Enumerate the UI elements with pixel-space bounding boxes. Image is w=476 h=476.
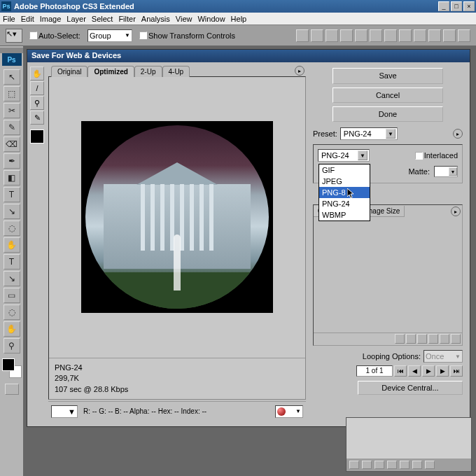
format-select[interactable]: PNG-24▼ GIF JPEG PNG-8 PNG-24 WBMP	[318, 149, 370, 162]
interlaced-checkbox[interactable]: Interlaced	[415, 151, 458, 160]
distribute-icon[interactable]	[428, 29, 441, 42]
tab-original[interactable]: Original	[51, 66, 88, 77]
slice-tool-icon[interactable]: /	[30, 81, 44, 95]
save-for-web-dialog: Save For Web & Devices ✋ / ⚲ ✎ Original	[27, 49, 470, 427]
looping-select[interactable]: Once▼	[424, 350, 463, 363]
clone-tool[interactable]: ◧	[4, 170, 20, 186]
zoom-select[interactable]: ▼	[51, 405, 78, 418]
panel-flyout-icon[interactable]: ▸	[451, 206, 461, 216]
tab-2up[interactable]: 2-Up	[134, 66, 162, 77]
format-option-gif[interactable]: GIF	[319, 164, 370, 176]
ct-icon[interactable]	[440, 334, 449, 344]
notes-tool[interactable]: ◌	[4, 304, 20, 320]
crop-tool[interactable]: ✎	[4, 120, 20, 135]
gradient-tool[interactable]: ↘	[4, 204, 20, 219]
blur-tool[interactable]: ◌	[4, 220, 20, 236]
close-button[interactable]: ×	[463, 1, 475, 11]
quick-mask-toggle[interactable]	[5, 384, 19, 395]
menu-help[interactable]: Help	[231, 15, 247, 23]
device-central-button[interactable]: Device Central...	[358, 381, 463, 395]
auto-select-checkbox[interactable]: Auto-Select:	[29, 31, 80, 40]
next-frame-button[interactable]: ▶	[436, 365, 449, 377]
matte-select[interactable]: ▼	[434, 166, 458, 177]
info-format: PNG-24	[55, 363, 300, 373]
menu-analysis[interactable]: Analysis	[141, 15, 170, 23]
eraser-tool[interactable]: T	[4, 187, 20, 202]
tool-preset-picker[interactable]: ↖▾	[6, 29, 22, 43]
distribute-icon[interactable]	[399, 29, 412, 42]
menu-view[interactable]: View	[176, 15, 192, 23]
path-tool[interactable]: ↘	[4, 271, 20, 286]
marquee-tool[interactable]: ⬚	[4, 86, 20, 102]
zoom-tool[interactable]: ⚲	[4, 338, 20, 354]
distribute-icon[interactable]	[443, 29, 456, 42]
folder-icon[interactable]	[400, 461, 410, 469]
preset-flyout-icon[interactable]: ▸	[453, 129, 463, 139]
align-icon[interactable]	[326, 29, 338, 42]
type-tool[interactable]: T	[4, 254, 20, 270]
align-icon[interactable]	[370, 29, 382, 42]
ct-icon[interactable]	[395, 334, 405, 344]
minimize-button[interactable]: _	[438, 1, 449, 11]
maximize-button[interactable]: □	[451, 1, 462, 11]
distribute-icon[interactable]	[384, 29, 397, 42]
menu-filter[interactable]: Filter	[118, 15, 135, 23]
color-swatches[interactable]	[2, 358, 22, 378]
ct-icon[interactable]	[406, 334, 416, 344]
prev-frame-button[interactable]: ◀	[408, 365, 421, 377]
save-button[interactable]: Save	[332, 68, 443, 84]
preset-select[interactable]: PNG-24▼	[340, 127, 398, 140]
format-option-wbmp[interactable]: WBMP	[319, 209, 370, 220]
format-option-png8[interactable]: PNG-8	[319, 187, 370, 198]
distribute-icon[interactable]	[458, 29, 470, 42]
preview-tabs: Original Optimized 2-Up 4-Up	[51, 65, 190, 76]
menu-edit[interactable]: Edit	[21, 15, 34, 23]
tab-optimized[interactable]: Optimized	[88, 66, 134, 77]
menu-image[interactable]: Image	[40, 15, 62, 23]
format-option-jpeg[interactable]: JPEG	[319, 176, 370, 187]
menu-window[interactable]: Window	[197, 15, 225, 23]
last-frame-button[interactable]: ⏭	[450, 365, 463, 377]
distribute-icon[interactable]	[414, 29, 426, 42]
eyedropper-tool[interactable]: ⌫	[4, 136, 20, 152]
preview-flyout-icon[interactable]: ▸	[295, 66, 304, 76]
format-option-png24[interactable]: PNG-24	[319, 198, 370, 209]
eyedropper-tool-icon[interactable]: ✎	[30, 111, 44, 125]
trash-icon[interactable]	[425, 461, 435, 469]
done-button[interactable]: Done	[332, 106, 443, 122]
new-layer-icon[interactable]	[412, 461, 422, 469]
hand-tool-icon[interactable]: ✋	[30, 66, 44, 80]
menu-layer[interactable]: Layer	[66, 15, 86, 23]
auto-select-group-select[interactable]: Group▼	[88, 29, 132, 42]
ct-icon[interactable]	[417, 334, 427, 344]
show-transform-checkbox[interactable]: Show Transform Controls	[139, 31, 235, 40]
eyedropper-color-swatch[interactable]	[30, 130, 44, 144]
hand-tool[interactable]: ✋	[4, 321, 20, 337]
cancel-button[interactable]: Cancel	[332, 88, 443, 103]
lasso-tool[interactable]: ✂	[4, 103, 20, 118]
adjustment-icon[interactable]	[387, 461, 397, 469]
shape-tool[interactable]: ▭	[4, 288, 20, 303]
preview-image-area[interactable]	[49, 77, 305, 358]
align-icon[interactable]	[296, 29, 309, 42]
menu-select[interactable]: Select	[92, 15, 113, 23]
brush-tool[interactable]: ✒	[4, 153, 20, 169]
browser-preview-select[interactable]: ▼	[275, 405, 303, 418]
pen-tool[interactable]: ✋	[4, 237, 20, 253]
zoom-tool-icon[interactable]: ⚲	[30, 96, 44, 110]
play-button[interactable]: ▶	[422, 365, 435, 377]
first-frame-button[interactable]: ⏮	[394, 365, 407, 377]
options-bar: ↖▾ Auto-Select: Group▼ Show Transform Co…	[0, 25, 476, 46]
align-icon[interactable]	[355, 29, 368, 42]
palette-body	[346, 418, 471, 458]
link-icon[interactable]	[349, 461, 359, 469]
mask-icon[interactable]	[374, 461, 384, 469]
menu-file[interactable]: File	[3, 15, 15, 23]
align-icon[interactable]	[340, 29, 353, 42]
trash-icon[interactable]	[451, 334, 461, 344]
fx-icon[interactable]	[362, 461, 372, 469]
ct-icon[interactable]	[428, 334, 438, 344]
move-tool[interactable]: ↖	[4, 69, 20, 85]
tab-4up[interactable]: 4-Up	[162, 66, 190, 77]
align-icon[interactable]	[311, 29, 323, 42]
